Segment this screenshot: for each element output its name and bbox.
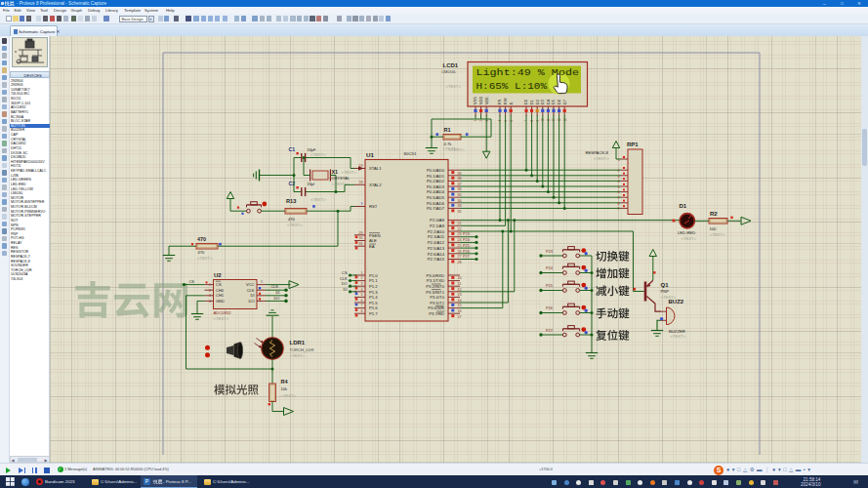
svg-text:10: 10 bbox=[457, 276, 461, 280]
svg-text:P26: P26 bbox=[463, 250, 470, 254]
svg-text:D6: D6 bbox=[557, 100, 561, 104]
svg-text:P1.3: P1.3 bbox=[369, 290, 378, 295]
svg-text:<TEXT>: <TEXT> bbox=[341, 170, 356, 175]
svg-text:9: 9 bbox=[360, 202, 362, 206]
svg-text:P23: P23 bbox=[463, 232, 470, 236]
svg-text:<TEXT>: <TEXT> bbox=[287, 223, 303, 227]
svg-text:R13: R13 bbox=[286, 198, 296, 204]
svg-text:P2.4/A12: P2.4/A12 bbox=[427, 240, 444, 245]
svg-text:H:65% L:10%: H:65% L:10% bbox=[475, 82, 547, 92]
svg-text:BUZZER: BUZZER bbox=[669, 329, 685, 334]
svg-text:28: 28 bbox=[457, 261, 461, 264]
svg-text:<TEXT>: <TEXT> bbox=[710, 232, 725, 237]
svg-text:12: 12 bbox=[457, 288, 461, 292]
svg-text:R2: R2 bbox=[710, 211, 718, 217]
svg-text:R4: R4 bbox=[280, 379, 288, 385]
svg-text:RP1: RP1 bbox=[627, 142, 639, 147]
svg-text:P0.6/AD6: P0.6/AD6 bbox=[427, 201, 445, 206]
svg-text:CLK: CLK bbox=[270, 284, 278, 289]
svg-text:470: 470 bbox=[288, 217, 296, 222]
svg-text:24: 24 bbox=[457, 238, 461, 242]
svg-text:21: 21 bbox=[457, 222, 461, 225]
svg-text:33pF: 33pF bbox=[307, 147, 315, 152]
svg-text:80C51: 80C51 bbox=[403, 151, 416, 156]
svg-text:1: 1 bbox=[360, 271, 362, 275]
svg-text:LCD1: LCD1 bbox=[442, 62, 458, 68]
svg-text:P0.4/AD4: P0.4/AD4 bbox=[427, 189, 445, 194]
svg-text:32: 32 bbox=[457, 210, 461, 214]
svg-text:D1: D1 bbox=[679, 203, 686, 209]
svg-text:D0: D0 bbox=[523, 99, 528, 104]
svg-text:P3.6/WR: P3.6/WR bbox=[428, 305, 444, 310]
svg-text:26: 26 bbox=[457, 250, 461, 254]
svg-text:DI: DI bbox=[275, 290, 279, 295]
svg-text:33pf: 33pf bbox=[307, 182, 314, 186]
svg-text:P1.4: P1.4 bbox=[369, 295, 378, 300]
svg-text:U2: U2 bbox=[214, 272, 222, 278]
svg-text:LM016L: LM016L bbox=[441, 69, 457, 74]
svg-text:P24: P24 bbox=[463, 238, 470, 242]
svg-text:7: 7 bbox=[360, 304, 362, 307]
svg-text:2: 2 bbox=[360, 276, 362, 280]
svg-text:5: 5 bbox=[617, 185, 619, 189]
svg-text:3: 3 bbox=[617, 175, 619, 179]
svg-text:4.7k: 4.7k bbox=[443, 142, 452, 146]
svg-text:P25: P25 bbox=[546, 283, 553, 288]
svg-text:RS: RS bbox=[497, 99, 502, 104]
svg-text:30: 30 bbox=[358, 236, 362, 240]
svg-text:25: 25 bbox=[457, 244, 461, 248]
svg-text:VEE: VEE bbox=[483, 97, 488, 104]
svg-text:15: 15 bbox=[457, 304, 461, 307]
svg-text:4: 4 bbox=[617, 180, 619, 183]
svg-text:DO: DO bbox=[273, 296, 279, 301]
svg-text:D5: D5 bbox=[551, 100, 556, 104]
svg-text:<TEXT>: <TEXT> bbox=[280, 393, 296, 398]
svg-text:<TEXT>: <TEXT> bbox=[594, 156, 609, 161]
svg-text:P1.1: P1.1 bbox=[369, 278, 378, 283]
svg-text:4: 4 bbox=[209, 300, 211, 304]
svg-text:<TEXT>: <TEXT> bbox=[670, 334, 685, 339]
svg-text:BUZ2: BUZ2 bbox=[668, 299, 683, 305]
svg-text:P3.5/T1: P3.5/T1 bbox=[430, 301, 444, 305]
svg-text:CRYSTAL: CRYSTAL bbox=[331, 176, 350, 181]
svg-text:8: 8 bbox=[360, 309, 362, 313]
svg-text:<TEXT>: <TEXT> bbox=[289, 353, 305, 358]
svg-text:D1: D1 bbox=[529, 100, 534, 104]
svg-text:P1.6: P1.6 bbox=[369, 305, 378, 310]
svg-text:<TEXT>: <TEXT> bbox=[197, 256, 213, 261]
svg-text:P2.6/A14: P2.6/A14 bbox=[427, 252, 444, 257]
svg-text:DO: DO bbox=[341, 281, 347, 286]
svg-text:VSS: VSS bbox=[473, 97, 477, 104]
svg-text:470: 470 bbox=[197, 250, 205, 255]
svg-text:9: 9 bbox=[617, 207, 619, 211]
svg-text:100: 100 bbox=[709, 226, 717, 231]
svg-text:RST: RST bbox=[369, 204, 378, 209]
svg-text:X1: X1 bbox=[331, 169, 338, 175]
svg-text:P2.0/A8: P2.0/A8 bbox=[430, 218, 445, 223]
svg-text:CH1: CH1 bbox=[216, 293, 225, 298]
svg-text:Light:49 % Mode: Light:49 % Mode bbox=[475, 68, 579, 78]
svg-text:CLK: CLK bbox=[246, 288, 254, 293]
svg-text:P0.7/AD7: P0.7/AD7 bbox=[427, 206, 445, 211]
svg-text:P23: P23 bbox=[546, 249, 553, 254]
svg-text:P26: P26 bbox=[546, 305, 553, 310]
svg-text:13: 13 bbox=[457, 293, 461, 297]
svg-text:P0.2/AD2: P0.2/AD2 bbox=[427, 179, 445, 183]
svg-text:LDR1: LDR1 bbox=[289, 340, 305, 346]
svg-text:P27: P27 bbox=[463, 255, 470, 259]
svg-text:DO: DO bbox=[248, 299, 254, 304]
svg-text:18: 18 bbox=[358, 181, 362, 184]
svg-text:36: 36 bbox=[457, 187, 461, 191]
svg-text:17: 17 bbox=[457, 315, 461, 319]
svg-text:4: 4 bbox=[360, 288, 362, 292]
svg-text:<TEXT>: <TEXT> bbox=[681, 236, 696, 241]
svg-text:PSEN: PSEN bbox=[369, 233, 380, 238]
svg-text:P2.5/A13: P2.5/A13 bbox=[427, 246, 444, 251]
svg-text:23: 23 bbox=[457, 232, 461, 236]
svg-text:DI: DI bbox=[343, 287, 347, 292]
svg-text:VDD: VDD bbox=[478, 97, 483, 104]
svg-text:27: 27 bbox=[457, 255, 461, 259]
svg-text:1: 1 bbox=[618, 158, 620, 162]
svg-text:1: 1 bbox=[474, 120, 477, 122]
svg-text:35: 35 bbox=[457, 193, 461, 197]
